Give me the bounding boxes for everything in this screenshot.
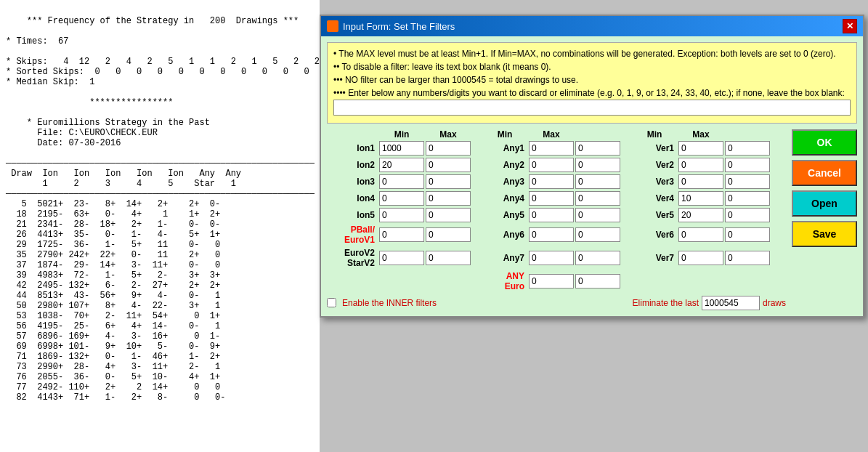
header-max-2: Max	[529, 129, 574, 140]
ion3-label: Ion3	[327, 177, 378, 187]
modal-body: • The MAX level must be at least Min+1. …	[321, 36, 863, 316]
ver5-max-input[interactable]	[725, 208, 770, 222]
any5-label: Any5	[482, 210, 527, 220]
any7-min-input[interactable]	[529, 251, 574, 265]
any-euro-max-input[interactable]	[575, 274, 620, 288]
header-min-2: Min	[482, 129, 527, 140]
pball-label: PBall/EuroV1	[327, 225, 378, 246]
any3-min-input[interactable]	[529, 174, 574, 189]
info-line4: •••• Enter below any numbers/digits you …	[333, 86, 851, 100]
any2-label: Any2	[482, 160, 527, 170]
ion3-min-input[interactable]	[379, 174, 424, 189]
modal-titlebar: Input Form: Set The Filters ✕	[321, 16, 863, 36]
save-button[interactable]: Save	[792, 221, 857, 247]
enable-inner-label: Enable the INNER filters	[342, 298, 437, 308]
eliminate-input[interactable]	[702, 296, 760, 310]
content-area: Min Max Min Max Min Max Ion1	[327, 129, 857, 310]
filter-area: Min Max Min Max Min Max Ion1	[327, 129, 786, 310]
filter-grid: Min Max Min Max Min Max Ion1	[327, 129, 786, 291]
terminal-window: *** Frequency of the Strategy in 200 Dra…	[0, 0, 320, 452]
ion4-max-input[interactable]	[426, 191, 471, 206]
header-min-1: Min	[379, 129, 424, 140]
ion5-label: Ion5	[327, 210, 378, 220]
ver5-label: Ver5	[632, 210, 677, 220]
any1-label: Any1	[482, 143, 527, 153]
ion2-max-input[interactable]	[426, 158, 471, 172]
ver6-min-input[interactable]	[678, 227, 723, 242]
ok-button[interactable]: OK	[792, 129, 857, 156]
any6-max-input[interactable]	[575, 227, 620, 242]
any-euro-label: ANYEuro	[482, 271, 527, 291]
any5-max-input[interactable]	[575, 208, 620, 222]
ver1-label: Ver1	[632, 143, 677, 153]
modal-dialog: Input Form: Set The Filters ✕ • The MAX …	[320, 15, 864, 318]
modal-title: Input Form: Set The Filters	[343, 21, 455, 32]
ver6-max-input[interactable]	[725, 227, 770, 242]
any2-max-input[interactable]	[575, 158, 620, 172]
ion2-label: Ion2	[327, 160, 378, 170]
eurov2-max-input[interactable]	[426, 251, 471, 265]
eliminate-section: Eliminate the last draws	[633, 296, 786, 310]
info-line1: • The MAX level must be at least Min+1. …	[333, 47, 851, 60]
any4-min-input[interactable]	[529, 191, 574, 206]
any3-label: Any3	[482, 177, 527, 187]
ion1-min-input[interactable]	[379, 141, 424, 156]
ion1-label: Ion1	[327, 143, 378, 153]
eurov2-min-input[interactable]	[379, 251, 424, 265]
any1-max-input[interactable]	[575, 141, 620, 156]
any-euro-min-input[interactable]	[529, 274, 574, 288]
ver3-min-input[interactable]	[678, 174, 723, 189]
any4-label: Any4	[482, 193, 527, 203]
ver3-label: Ver3	[632, 177, 677, 187]
ion5-min-input[interactable]	[379, 208, 424, 222]
ion3-max-input[interactable]	[426, 174, 471, 189]
any6-label: Any6	[482, 230, 527, 240]
bottom-row: Enable the INNER filters Eliminate the l…	[327, 296, 786, 310]
ion1-max-input[interactable]	[426, 141, 471, 156]
ion5-max-input[interactable]	[426, 208, 471, 222]
ver3-max-input[interactable]	[725, 174, 770, 189]
button-area: OK Cancel Open Save	[792, 129, 857, 310]
ver7-min-input[interactable]	[678, 251, 723, 265]
any7-max-input[interactable]	[575, 251, 620, 265]
draws-label: draws	[763, 298, 786, 308]
ver7-label: Ver7	[632, 253, 677, 263]
eurov2-label: EuroV2StarV2	[327, 248, 378, 269]
ver4-max-input[interactable]	[725, 191, 770, 206]
ver4-min-input[interactable]	[678, 191, 723, 206]
pball-max-input[interactable]	[426, 227, 471, 242]
ion2-min-input[interactable]	[379, 158, 424, 172]
any3-max-input[interactable]	[575, 174, 620, 189]
open-button[interactable]: Open	[792, 190, 857, 217]
any2-min-input[interactable]	[529, 158, 574, 172]
any1-min-input[interactable]	[529, 141, 574, 156]
terminal-content: *** Frequency of the Strategy in 200 Dra…	[6, 16, 320, 403]
any5-min-input[interactable]	[529, 208, 574, 222]
ion4-label: Ion4	[327, 193, 378, 203]
modal-icon	[327, 20, 338, 32]
discard-numbers-input[interactable]	[333, 100, 851, 116]
any6-min-input[interactable]	[529, 227, 574, 242]
header-max-3: Max	[678, 129, 723, 140]
any7-label: Any7	[482, 253, 527, 263]
info-line2: •• To disable a filter: leave its text b…	[333, 60, 851, 73]
ver4-label: Ver4	[632, 193, 677, 203]
header-min-3: Min	[632, 129, 677, 140]
ver2-max-input[interactable]	[725, 158, 770, 172]
header-max-1: Max	[426, 129, 471, 140]
eliminate-label: Eliminate the last	[633, 298, 699, 308]
ver1-max-input[interactable]	[725, 141, 770, 156]
ver2-min-input[interactable]	[678, 158, 723, 172]
ver1-min-input[interactable]	[678, 141, 723, 156]
ver2-label: Ver2	[632, 160, 677, 170]
titlebar-left: Input Form: Set The Filters	[327, 20, 455, 32]
info-box: • The MAX level must be at least Min+1. …	[327, 42, 857, 124]
ver5-min-input[interactable]	[678, 208, 723, 222]
enable-inner-checkbox[interactable]	[327, 298, 336, 307]
any4-max-input[interactable]	[575, 191, 620, 206]
cancel-button[interactable]: Cancel	[792, 160, 857, 186]
pball-min-input[interactable]	[379, 227, 424, 242]
ion4-min-input[interactable]	[379, 191, 424, 206]
ver7-max-input[interactable]	[725, 251, 770, 265]
close-button[interactable]: ✕	[843, 19, 857, 33]
